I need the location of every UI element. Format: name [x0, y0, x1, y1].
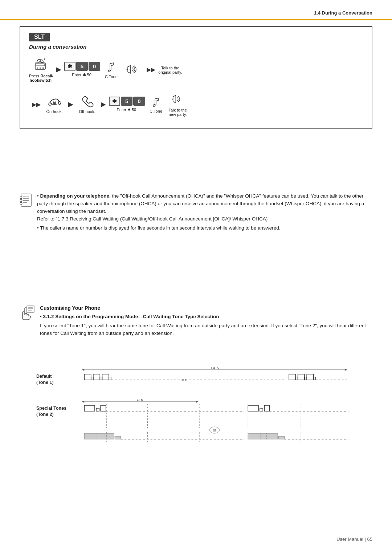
svg-rect-47	[101, 405, 106, 411]
svg-rect-45	[84, 405, 95, 411]
flow-row-1: Press Recall/hookswitch. ▶ ✱ 5 0 Enter ✱…	[29, 56, 363, 82]
svg-text:15 s: 15 s	[210, 367, 219, 370]
header-bar	[0, 19, 392, 20]
tone-label-default: Default(Tone 1)	[36, 373, 76, 386]
flow-row-2: ▶▶ On-hook. ▶ Off-hook. ▶ ✱ 5 0	[29, 92, 363, 117]
flow-item-offhook: Off-hook.	[76, 95, 98, 114]
svg-rect-1	[36, 64, 45, 66]
svg-rect-26	[84, 374, 91, 380]
svg-rect-36	[298, 374, 305, 380]
svg-rect-39	[314, 377, 316, 380]
tone-row-default: Default(Tone 1) 15 s ≈≈	[36, 367, 348, 392]
customising-body: • 3.1.2 Settings on the Programming Mode…	[40, 313, 372, 337]
svg-rect-38	[307, 374, 313, 380]
svg-rect-27	[91, 377, 93, 380]
flow-item-keys-2: ✱ 5 0 Enter ✱ 50.	[109, 97, 145, 112]
flow-item-new-party-label: Talk to thenew party.	[169, 108, 187, 117]
bullet-1-strong: Depending on your telephone,	[40, 193, 110, 199]
svg-rect-31	[109, 377, 111, 380]
customising-icon-wrap	[20, 305, 36, 321]
num-key-0-2: 0	[133, 97, 145, 106]
svg-rect-28	[93, 374, 100, 380]
speaker-icon-1	[124, 62, 142, 77]
num-key-5-2: 5	[121, 97, 132, 106]
svg-marker-23	[82, 369, 84, 371]
bullet-text-1: • Depending on your telephone, the "Off-…	[37, 193, 372, 234]
flow-item-keys-2-label: Enter ✱ 50.	[117, 108, 137, 112]
flow-item-ctone-1: C.Tone	[100, 60, 122, 79]
svg-text:or: or	[213, 428, 216, 432]
svg-rect-56	[264, 405, 269, 411]
ctone-label-2: C.Tone	[150, 109, 162, 113]
tone-diagram-special-svg: 5 s or	[81, 399, 348, 442]
arrow-3: ▶	[101, 100, 106, 108]
diagram-title: During a conversation	[29, 44, 363, 50]
svg-marker-43	[196, 401, 199, 403]
svg-point-8	[127, 69, 128, 70]
star-key-1: ✱	[64, 62, 75, 71]
svg-rect-46	[96, 408, 99, 411]
svg-rect-54	[248, 405, 258, 411]
num-key-0-1: 0	[89, 62, 100, 71]
ctone-icon-2	[150, 95, 162, 108]
customising-section: Customising Your Phone • 3.1.2 Settings …	[20, 305, 372, 342]
svg-marker-42	[82, 401, 84, 403]
flow-item-orig-party-label: Talk to theoriginal party.	[158, 66, 182, 74]
flow-item-speaker-2: Talk to thenew party.	[167, 92, 189, 117]
flow-item-onhook: On-hook.	[44, 95, 65, 114]
svg-rect-10	[21, 194, 31, 206]
flow-item-phone-label: Press Recall/hookswitch.	[29, 74, 53, 82]
svg-rect-63	[115, 436, 121, 439]
customising-content: Customising Your Phone • 3.1.2 Settings …	[40, 305, 372, 337]
flow-item-offhook-label: Off-hook.	[79, 109, 95, 114]
svg-rect-73	[278, 436, 284, 439]
customising-row: Customising Your Phone • 3.1.2 Settings …	[20, 305, 372, 337]
svg-rect-37	[305, 377, 307, 380]
arrow-1: ▶	[56, 65, 61, 73]
svg-rect-35	[295, 377, 298, 380]
section-title: 1.4 During a Conversation	[314, 10, 372, 16]
customising-body-text: If you select "Tone 1", you will hear th…	[40, 322, 372, 337]
dbl-arrow-1: ▶▶	[147, 66, 155, 73]
tone-canvas-default: 15 s ≈≈	[81, 367, 348, 392]
svg-text:≈≈: ≈≈	[181, 377, 187, 382]
tone-canvas-special: 5 s or	[81, 399, 348, 424]
content-section: • Depending on your telephone, the "Off-…	[20, 193, 372, 239]
footer: User Manual | 65	[336, 536, 372, 542]
key-group-1: ✱ 5 0	[64, 62, 101, 71]
flow-item-orig-party: Talk to theoriginal party.	[158, 64, 182, 74]
offhook-icon	[81, 95, 94, 108]
phone-handset-icon	[33, 56, 49, 72]
arrow-2: ▶	[68, 100, 73, 108]
svg-marker-24	[345, 369, 347, 371]
footer-separator: |	[365, 536, 367, 542]
star-key-2: ✱	[109, 97, 120, 106]
ctone-icon-1	[105, 60, 117, 73]
key-group-2: ✱ 5 0	[109, 97, 145, 106]
slt-label: SLT	[29, 33, 50, 41]
footer-text: User Manual	[336, 536, 363, 542]
flow-item-ctone-2: C.Tone	[145, 95, 167, 113]
customising-title: Customising Your Phone	[40, 305, 372, 311]
tone-label-special: Special Tones(Tone 2)	[36, 405, 76, 418]
svg-rect-70	[248, 433, 278, 439]
onhook-icon	[47, 95, 62, 108]
dbl-arrow-2: ▶▶	[32, 101, 41, 108]
tone-row-special: Special Tones(Tone 2) 5 s	[36, 399, 348, 424]
flow-item-phone: Press Recall/hookswitch.	[29, 56, 53, 82]
note-icon	[20, 193, 33, 207]
svg-rect-30	[102, 374, 109, 380]
flow-item-keys-1-label: Enter ✱ 50.	[72, 73, 93, 77]
svg-rect-55	[260, 408, 263, 411]
row-separator	[29, 87, 363, 87]
svg-rect-29	[100, 377, 102, 380]
customising-sub-title: 3.1.2 Settings on the Programming Mode—C…	[43, 314, 219, 319]
flow-item-keys-1: ✱ 5 0 Enter ✱ 50.	[64, 62, 101, 77]
svg-text:5 s: 5 s	[137, 399, 143, 402]
note-paper-icon	[20, 193, 33, 208]
footer-page: 65	[367, 536, 372, 542]
diagram-box: SLT During a conversation	[20, 26, 372, 129]
svg-rect-34	[289, 374, 295, 380]
num-key-5-1: 5	[76, 62, 88, 71]
flow-item-onhook-label: On-hook.	[46, 109, 62, 114]
